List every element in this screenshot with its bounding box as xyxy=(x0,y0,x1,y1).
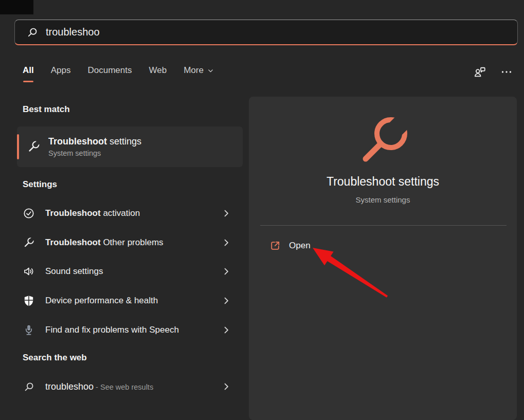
microphone-icon xyxy=(23,324,35,336)
shield-icon xyxy=(23,295,35,307)
search-input[interactable] xyxy=(46,26,508,38)
settings-item-find-fix-speech[interactable]: Find and fix problems with Speech xyxy=(23,319,231,341)
open-external-icon xyxy=(269,240,281,252)
settings-item-device-performance-health[interactable]: Device performance & health xyxy=(23,289,231,312)
search-flyout: All Apps Documents Web More xyxy=(0,0,524,420)
chevron-right-icon xyxy=(221,296,231,306)
chevron-right-icon xyxy=(221,381,231,392)
wrench-icon xyxy=(23,236,35,249)
selection-accent-bar xyxy=(17,134,19,159)
search-filter-tabs: All Apps Documents Web More xyxy=(23,64,513,85)
divider xyxy=(260,225,507,226)
search-icon xyxy=(26,26,39,39)
tab-more[interactable]: More xyxy=(184,64,214,83)
tab-documents[interactable]: Documents xyxy=(87,64,132,83)
chevron-right-icon xyxy=(221,266,231,277)
wrench-icon xyxy=(352,111,413,173)
chevron-down-icon xyxy=(207,67,214,74)
preview-title: Troubleshoot settings xyxy=(249,175,517,189)
best-match-text: Troubleshoot settings System settings xyxy=(48,136,141,157)
settings-item-sound-settings[interactable]: Sound settings xyxy=(23,260,231,283)
search-bar xyxy=(14,20,518,45)
preview-panel: Troubleshoot settings System settings Op… xyxy=(249,97,517,420)
search-icon xyxy=(23,381,35,393)
person-chat-icon[interactable] xyxy=(473,65,487,79)
section-heading-settings: Settings xyxy=(23,179,57,190)
section-heading-best-match: Best match xyxy=(23,104,70,115)
settings-item-troubleshoot-other-problems[interactable]: Troubleshoot Other problems xyxy=(23,231,231,254)
wrench-icon xyxy=(27,140,41,154)
header-corner-icons xyxy=(473,64,513,79)
settings-item-troubleshoot-activation[interactable]: Troubleshoot activation xyxy=(23,202,231,225)
check-circle-icon xyxy=(23,207,35,220)
tab-all[interactable]: All xyxy=(23,64,34,83)
ellipsis-icon[interactable] xyxy=(500,66,513,78)
open-button[interactable]: Open xyxy=(269,236,311,255)
best-match-title: Troubleshoot settings xyxy=(48,136,141,147)
best-match-subtitle: System settings xyxy=(48,149,141,157)
tab-apps[interactable]: Apps xyxy=(51,64,71,83)
chevron-right-icon xyxy=(221,208,231,218)
speaker-icon xyxy=(23,265,35,278)
best-match-item[interactable]: Troubleshoot settings System settings xyxy=(17,126,243,167)
web-search-item[interactable]: troubleshoo - See web results xyxy=(23,375,231,398)
screen-corner-artifact xyxy=(0,0,33,14)
tab-web[interactable]: Web xyxy=(149,64,167,83)
open-button-label: Open xyxy=(289,241,311,251)
chevron-right-icon xyxy=(221,325,231,335)
preview-subtitle: System settings xyxy=(249,195,517,204)
chevron-right-icon xyxy=(221,238,231,248)
section-heading-search-the-web: Search the web xyxy=(23,353,87,363)
